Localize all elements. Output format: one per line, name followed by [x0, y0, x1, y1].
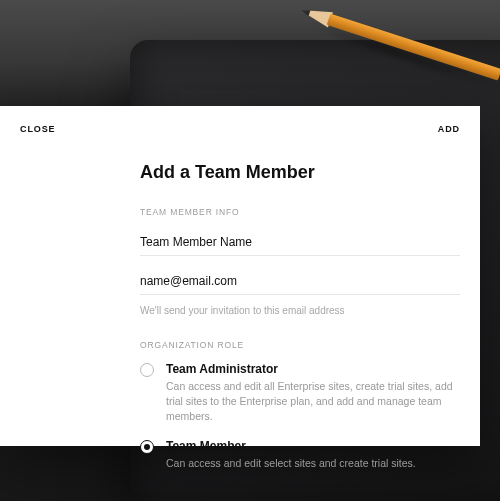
section-label-info: TEAM MEMBER INFO — [140, 207, 460, 217]
role-option-admin[interactable]: Team Administrator Can access and edit a… — [140, 362, 460, 425]
modal-header: CLOSE ADD — [20, 122, 460, 136]
radio-icon — [140, 440, 154, 454]
close-button[interactable]: CLOSE — [20, 122, 56, 136]
role-name: Team Administrator — [166, 362, 460, 376]
add-team-member-modal: CLOSE ADD Add a Team Member TEAM MEMBER … — [0, 106, 480, 446]
role-list: Team Administrator Can access and edit a… — [140, 362, 460, 471]
role-option-member[interactable]: Team Member Can access and edit select s… — [140, 439, 460, 471]
modal-title: Add a Team Member — [140, 162, 460, 183]
role-name: Team Member — [166, 439, 460, 453]
role-description: Can access and edit all Enterprise sites… — [166, 379, 460, 425]
section-label-role: ORGANIZATION ROLE — [140, 340, 460, 350]
team-member-email-input[interactable] — [140, 268, 460, 295]
radio-icon — [140, 363, 154, 377]
email-hint: We'll send your invitation to this email… — [140, 305, 460, 316]
role-description: Can access and edit select sites and cre… — [166, 456, 460, 471]
add-button[interactable]: ADD — [438, 122, 460, 136]
team-member-name-input[interactable] — [140, 229, 460, 256]
